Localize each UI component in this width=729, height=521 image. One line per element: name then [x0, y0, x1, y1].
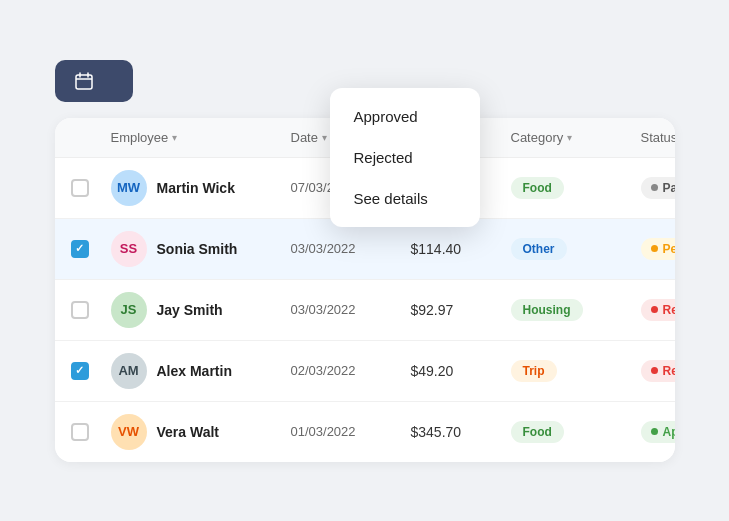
category-badge: Other [511, 238, 567, 260]
col-header-employee[interactable]: Employee ▾ [111, 130, 291, 145]
calendar-icon [75, 72, 93, 90]
employee-cell: VWVera Walt [111, 414, 291, 450]
category-badge: Food [511, 421, 564, 443]
table-row[interactable]: AMAlex Martin02/03/2022$49.20TripRejecte… [55, 341, 675, 402]
status-text: Rejected [663, 303, 675, 317]
employee-name: Jay Smith [157, 302, 223, 318]
status-badge: Rejected [641, 299, 675, 321]
status-text: Approved [663, 425, 675, 439]
svg-rect-0 [76, 75, 92, 89]
table-row[interactable]: VWVera Walt01/03/2022$345.70FoodApproved [55, 402, 675, 462]
row-checkbox[interactable] [71, 240, 89, 258]
category-badge: Housing [511, 299, 583, 321]
date-sort-icon: ▾ [322, 132, 327, 143]
amount-cell: $49.20 [411, 363, 511, 379]
row-checkbox[interactable] [71, 301, 89, 319]
employee-name: Martin Wick [157, 180, 235, 196]
category-cell: Trip [511, 360, 641, 382]
table-row[interactable]: JSJay Smith03/03/2022$92.97HousingReject… [55, 280, 675, 341]
avatar: MW [111, 170, 147, 206]
date-cell: 03/03/2022 [291, 241, 411, 256]
status-text: Paid [663, 181, 675, 195]
status-text: Pending [663, 242, 675, 256]
category-badge: Trip [511, 360, 557, 382]
dropdown-item-rejected[interactable]: Rejected [330, 137, 480, 178]
dropdown-item-approved[interactable]: Approved [330, 96, 480, 137]
status-dot [651, 306, 658, 313]
dropdown-menu: ApprovedRejectedSee details [330, 88, 480, 227]
category-cell: Other [511, 238, 641, 260]
amount-cell: $114.40 [411, 241, 511, 257]
employee-cell: SSSonia Smith [111, 231, 291, 267]
col-header-category[interactable]: Category ▾ [511, 130, 641, 145]
category-cell: Food [511, 177, 641, 199]
status-badge: Paid [641, 177, 675, 199]
status-badge: Pending [641, 238, 675, 260]
date-cell: 02/03/2022 [291, 363, 411, 378]
row-checkbox[interactable] [71, 362, 89, 380]
category-cell: Housing [511, 299, 641, 321]
main-container: ApprovedRejectedSee details Employee ▾ D… [35, 40, 695, 482]
table-row[interactable]: SSSonia Smith03/03/2022$114.40OtherPendi… [55, 219, 675, 280]
employee-name: Alex Martin [157, 363, 232, 379]
status-cell: Pending [641, 238, 675, 260]
status-badge: Rejected [641, 360, 675, 382]
status-dot [651, 184, 658, 191]
amount-cell: $92.97 [411, 302, 511, 318]
status-badge: Approved [641, 421, 675, 443]
status-cell: Rejected [641, 360, 675, 382]
col-header-check [71, 130, 111, 145]
category-badge: Food [511, 177, 564, 199]
status-cell: Rejected [641, 299, 675, 321]
employee-cell: AMAlex Martin [111, 353, 291, 389]
status-dot [651, 428, 658, 435]
employee-cell: MWMartin Wick [111, 170, 291, 206]
category-sort-icon: ▾ [567, 132, 572, 143]
status-cell: Paid [641, 177, 675, 199]
avatar: VW [111, 414, 147, 450]
employee-name: Vera Walt [157, 424, 220, 440]
date-cell: 03/03/2022 [291, 302, 411, 317]
dropdown-item-see-details[interactable]: See details [330, 178, 480, 219]
avatar: SS [111, 231, 147, 267]
employee-sort-icon: ▾ [172, 132, 177, 143]
status-cell: Approved [641, 421, 675, 443]
date-cell: 01/03/2022 [291, 424, 411, 439]
row-checkbox[interactable] [71, 423, 89, 441]
expenses-header-button[interactable] [55, 60, 133, 102]
employee-cell: JSJay Smith [111, 292, 291, 328]
employee-name: Sonia Smith [157, 241, 238, 257]
status-text: Rejected [663, 364, 675, 378]
status-dot [651, 245, 658, 252]
category-cell: Food [511, 421, 641, 443]
row-checkbox[interactable] [71, 179, 89, 197]
amount-cell: $345.70 [411, 424, 511, 440]
avatar: AM [111, 353, 147, 389]
avatar: JS [111, 292, 147, 328]
col-header-status[interactable]: Status ▾ [641, 130, 675, 145]
status-dot [651, 367, 658, 374]
